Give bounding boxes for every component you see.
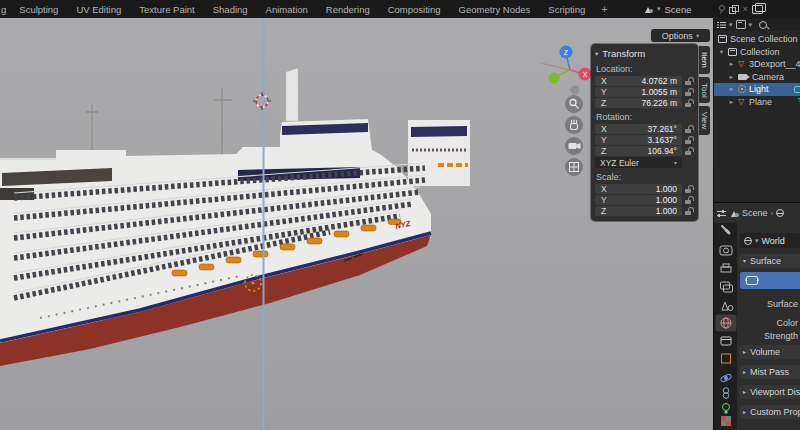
mesh-object-icon: ▽ <box>738 60 746 68</box>
world-icon <box>744 237 752 245</box>
sidebar-tabs: Item Tool View <box>699 46 710 135</box>
axis-y-handle[interactable] <box>549 73 560 84</box>
axis-neg-handle[interactable] <box>571 86 580 95</box>
3d-cursor[interactable] <box>253 92 271 110</box>
viewport-display-panel-header[interactable]: ▸ Viewport Display <box>739 385 800 399</box>
ortho-toggle-button[interactable] <box>565 158 583 176</box>
unlock-icon[interactable] <box>685 136 694 145</box>
surface-panel-header[interactable]: ▾ Surface <box>739 254 800 268</box>
tab-object-properties[interactable] <box>722 354 731 363</box>
close-icon[interactable]: × <box>742 4 747 14</box>
new-scene-icon[interactable] <box>729 5 738 14</box>
navigation-gizmo[interactable]: Z X <box>541 46 592 95</box>
workspace-tab-shading[interactable]: Shading <box>204 0 257 18</box>
camera-view-button[interactable] <box>565 137 583 155</box>
breadcrumb-separator: › <box>771 209 774 218</box>
location-x-field[interactable]: X 4.0762 m <box>595 76 682 86</box>
outliner-item-3dexport[interactable]: ▸ ▽ 3Dexport__4 <box>714 58 800 71</box>
transform-panel-header[interactable]: ▾ Transform <box>595 47 694 60</box>
tab-tool[interactable]: Tool <box>699 77 710 104</box>
3d-viewport[interactable]: NYZ <box>0 18 713 430</box>
custom-properties-panel-header[interactable]: ▸ Custom Properties <box>739 405 800 419</box>
workspace-tab-fragment[interactable]: g <box>0 0 10 18</box>
rotation-x-field[interactable]: X 37.261° <box>595 124 682 134</box>
disclosure-arrow-icon[interactable]: ▾ <box>718 48 725 56</box>
unlock-icon[interactable] <box>685 196 694 205</box>
location-y-field[interactable]: Y 1.0055 m <box>595 87 682 97</box>
location-z-field[interactable]: Z 76.226 m <box>595 98 682 108</box>
mist-pass-panel-header[interactable]: ▸ Mist Pass <box>739 365 800 379</box>
disclosure-arrow-icon[interactable]: ▸ <box>728 98 735 106</box>
search-icon[interactable] <box>759 21 767 29</box>
workspace-tabs: g Sculpting UV Editing Texture Paint Sha… <box>0 0 615 18</box>
rotation-mode-dropdown[interactable]: XYZ Euler ▾ <box>595 157 682 168</box>
tab-scene-properties[interactable] <box>722 302 733 311</box>
unlock-icon[interactable] <box>685 77 694 86</box>
workspace-tab-scripting[interactable]: Scripting <box>539 0 594 18</box>
use-nodes-button[interactable] <box>740 272 800 289</box>
chevron-down-icon[interactable]: ▾ <box>657 5 661 13</box>
scale-y-field[interactable]: Y 1.000 <box>595 195 682 205</box>
workspace-tab-animation[interactable]: Animation <box>257 0 317 18</box>
scene-name[interactable]: Scene <box>665 4 692 15</box>
transform-row: Y 3.1637° <box>595 135 694 145</box>
tab-constraint-properties[interactable] <box>723 388 729 399</box>
add-workspace-button[interactable]: + <box>594 0 614 18</box>
breadcrumb: Scene <box>742 208 768 218</box>
outliner-item-collection[interactable]: ▾ Collection <box>714 46 800 59</box>
tab-item[interactable]: Item <box>699 46 710 74</box>
tab-light-data-properties[interactable] <box>723 404 730 414</box>
tab-tool-properties[interactable] <box>722 226 729 233</box>
workspace-tab-geometry-nodes[interactable]: Geometry Nodes <box>450 0 540 18</box>
pan-button[interactable] <box>565 116 583 134</box>
chevron-down-icon[interactable]: ▾ <box>729 21 733 29</box>
pin-icon[interactable] <box>717 5 725 14</box>
scene-type-icon[interactable] <box>645 6 653 13</box>
outliner-item-scene-collection[interactable]: Scene Collection <box>714 33 800 46</box>
zoom-button[interactable] <box>565 95 583 113</box>
outliner-editor-icon[interactable] <box>717 21 726 29</box>
options-button[interactable]: Options ▾ <box>651 29 710 42</box>
rotation-y-field[interactable]: Y 3.1637° <box>595 135 682 145</box>
unlock-icon[interactable] <box>685 147 694 156</box>
cruise-ship-model[interactable]: NYZ <box>0 68 470 366</box>
tab-view-layer-properties[interactable] <box>721 282 733 292</box>
tab-physics-properties[interactable] <box>720 373 732 382</box>
disclosure-arrow-icon[interactable]: ▸ <box>728 60 735 68</box>
properties-editor-icon[interactable] <box>717 209 726 217</box>
outliner-item-plane[interactable]: ▸ ▽ Plane ▽ <box>714 96 800 109</box>
light-object-icon <box>738 85 746 93</box>
unlock-icon[interactable] <box>685 88 694 97</box>
view-layer-icon[interactable] <box>752 5 763 14</box>
rotation-z-field[interactable]: Z 106.94° <box>595 146 682 156</box>
unlock-icon[interactable] <box>685 185 694 194</box>
workspace-tab-sculpting[interactable]: Sculpting <box>10 0 67 18</box>
outliner-item-camera[interactable]: ▸ Camera <box>714 71 800 84</box>
screen-visibility-icon[interactable] <box>794 86 800 93</box>
volume-panel-header[interactable]: ▸ Volume <box>739 345 800 359</box>
tab-view[interactable]: View <box>699 106 710 135</box>
tab-world-properties-active[interactable] <box>716 315 737 332</box>
properties-tab-strip <box>714 223 737 430</box>
disclosure-arrow-icon[interactable]: ▸ <box>728 73 735 81</box>
tab-collection-properties[interactable] <box>721 337 731 345</box>
blender-window: g Sculpting UV Editing Texture Paint Sha… <box>0 0 800 430</box>
scale-x-field[interactable]: X 1.000 <box>595 184 682 194</box>
tab-render-properties[interactable] <box>720 246 732 255</box>
unlock-icon[interactable] <box>685 99 694 108</box>
unlock-icon[interactable] <box>685 207 694 216</box>
chevron-down-icon[interactable]: ▾ <box>749 21 753 29</box>
outliner-item-light[interactable]: ▸ Light <box>714 83 800 96</box>
transform-row: X 4.0762 m <box>595 76 694 86</box>
tab-output-properties[interactable] <box>721 264 731 272</box>
world-datablock-selector[interactable]: ▾ World <box>740 233 800 248</box>
scale-z-field[interactable]: Z 1.000 <box>595 206 682 216</box>
workspace-tab-rendering[interactable]: Rendering <box>317 0 379 18</box>
workspace-tab-compositing[interactable]: Compositing <box>379 0 450 18</box>
workspace-tab-uv-editing[interactable]: UV Editing <box>67 0 130 18</box>
tab-texture-properties[interactable] <box>721 416 731 426</box>
workspace-tab-texture-paint[interactable]: Texture Paint <box>130 0 203 18</box>
unlock-icon[interactable] <box>685 125 694 134</box>
display-mode-icon[interactable] <box>736 20 746 29</box>
disclosure-arrow-icon[interactable]: ▸ <box>728 85 735 93</box>
